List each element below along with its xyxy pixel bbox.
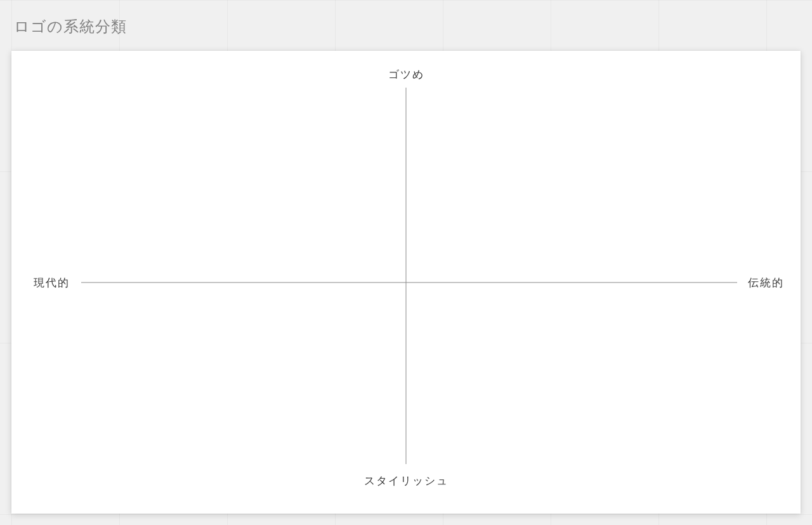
axis-label-top: ゴツめ <box>388 67 424 82</box>
quadrant-card: ゴツめ スタイリッシュ 現代的 伝統的 <box>11 51 801 514</box>
vertical-axis <box>406 88 407 464</box>
axis-label-bottom: スタイリッシュ <box>364 474 449 488</box>
axis-label-right: 伝統的 <box>748 275 784 289</box>
axis-label-left: 現代的 <box>34 275 70 289</box>
quadrant-diagram: ゴツめ スタイリッシュ 現代的 伝統的 <box>11 51 801 514</box>
horizontal-axis <box>81 282 737 282</box>
page-title: ロゴの系統分類 <box>14 17 127 37</box>
